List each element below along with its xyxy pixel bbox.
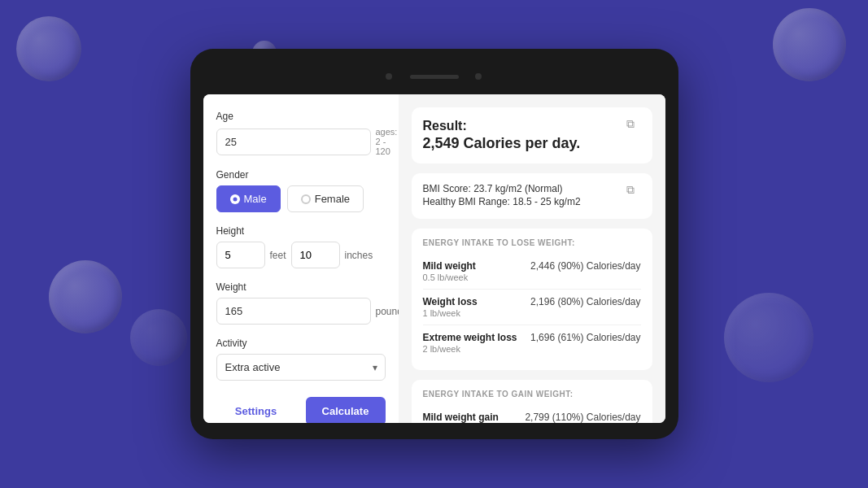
energy-lose-sublabel-3: 2 lb/week	[423, 344, 517, 354]
tablet-screen: Age ages: 2 - 120 Gender Male Female	[203, 94, 665, 423]
height-feet-input[interactable]	[216, 242, 265, 268]
age-label: Age	[216, 111, 386, 122]
result-card: Result: 2,549 Calories per day. ⧉	[412, 107, 652, 163]
energy-gain-value-1: 2,799 (110%) Calories/day	[525, 412, 640, 423]
energy-lose-section: ENERGY INTAKE TO LOSE WEIGHT: Mild weigh…	[412, 229, 652, 370]
energy-lose-value-2: 2,196 (80%) Calories/day	[530, 296, 640, 307]
settings-button[interactable]: Settings	[216, 397, 296, 423]
energy-lose-row-1: Mild weight 0.5 lb/week 2,446 (90%) Calo…	[423, 254, 641, 290]
gender-female-label: Female	[315, 193, 350, 205]
age-input[interactable]	[216, 129, 371, 155]
bubble-1	[16, 16, 81, 81]
radio-dot-female	[301, 194, 311, 204]
age-suffix: ages: 2 - 120	[376, 127, 398, 156]
activity-field-group: Activity Extra active Sedentary Lightly …	[216, 338, 386, 381]
energy-lose-label-2: Weight loss	[423, 296, 478, 307]
copy-bmi-icon[interactable]: ⧉	[626, 183, 643, 199]
energy-lose-title: ENERGY INTAKE TO LOSE WEIGHT:	[423, 238, 641, 247]
bubble-5	[773, 8, 846, 81]
inches-unit: inches	[345, 250, 373, 261]
energy-lose-label-1: Mild weight	[423, 260, 476, 272]
age-field-group: Age ages: 2 - 120	[216, 111, 386, 156]
gender-male-label: Male	[244, 193, 267, 205]
energy-gain-title: ENERGY INTAKE TO GAIN WEIGHT:	[423, 390, 641, 399]
energy-lose-row-3: Extreme weight loss 2 lb/week 1,696 (61%…	[423, 325, 641, 360]
energy-lose-value-1: 2,446 (90%) Calories/day	[530, 260, 640, 272]
energy-lose-sublabel-1: 0.5 lb/week	[423, 272, 476, 282]
energy-lose-sublabel-2: 1 lb/week	[423, 308, 478, 318]
gender-label: Gender	[216, 169, 386, 181]
energy-gain-row-1: Mild weight gain 0.5 lb/week 2,799 (110%…	[423, 405, 641, 423]
radio-dot-male	[230, 194, 240, 204]
weight-field-group: Weight pounds	[216, 281, 386, 325]
weight-unit: pounds	[376, 306, 399, 317]
left-panel: Age ages: 2 - 120 Gender Male Female	[203, 94, 399, 423]
camera-left	[386, 73, 392, 80]
energy-lose-row-2: Weight loss 1 lb/week 2,196 (80%) Calori…	[423, 290, 641, 325]
speaker-bar	[410, 75, 459, 79]
height-label: Height	[216, 225, 386, 237]
right-panel: Result: 2,549 Calories per day. ⧉ BMI Sc…	[399, 94, 665, 423]
weight-label: Weight	[216, 281, 386, 293]
energy-gain-section: ENERGY INTAKE TO GAIN WEIGHT: Mild weigh…	[412, 380, 652, 423]
energy-lose-value-3: 1,696 (61%) Calories/day	[530, 332, 640, 343]
result-title: Result:	[423, 119, 467, 133]
copy-result-icon[interactable]: ⧉	[626, 117, 643, 133]
height-inches-input[interactable]	[291, 242, 340, 268]
activity-label: Activity	[216, 338, 386, 349]
bmi-range: Healthy BMI Range: 18.5 - 25 kg/m2	[423, 196, 641, 207]
activity-select[interactable]: Extra active Sedentary Lightly active Mo…	[216, 354, 386, 381]
result-value: 2,549 Calories per day.	[423, 135, 641, 152]
height-field-group: Height feet inches	[216, 225, 386, 268]
tablet-frame: Age ages: 2 - 120 Gender Male Female	[190, 49, 678, 439]
energy-gain-label-1: Mild weight gain	[423, 412, 499, 423]
camera-right	[475, 73, 482, 80]
weight-input[interactable]	[216, 298, 371, 325]
action-buttons: Settings Calculate	[216, 397, 386, 423]
bmi-score: BMI Score: 23.7 kg/m2 (Normal)	[423, 183, 641, 194]
gender-field-group: Gender Male Female	[216, 169, 386, 212]
bubble-6	[724, 293, 813, 382]
bubble-4	[130, 309, 187, 366]
gender-female-btn[interactable]: Female	[287, 185, 364, 212]
gender-male-btn[interactable]: Male	[216, 185, 281, 212]
tablet-top-bar	[203, 65, 665, 88]
feet-unit: feet	[270, 250, 286, 261]
bmi-card: BMI Score: 23.7 kg/m2 (Normal) Healthy B…	[412, 173, 652, 219]
bubble-3	[49, 260, 122, 333]
energy-lose-label-3: Extreme weight loss	[423, 332, 517, 343]
calculate-button[interactable]: Calculate	[306, 397, 386, 423]
activity-select-wrapper: Extra active Sedentary Lightly active Mo…	[216, 354, 386, 381]
